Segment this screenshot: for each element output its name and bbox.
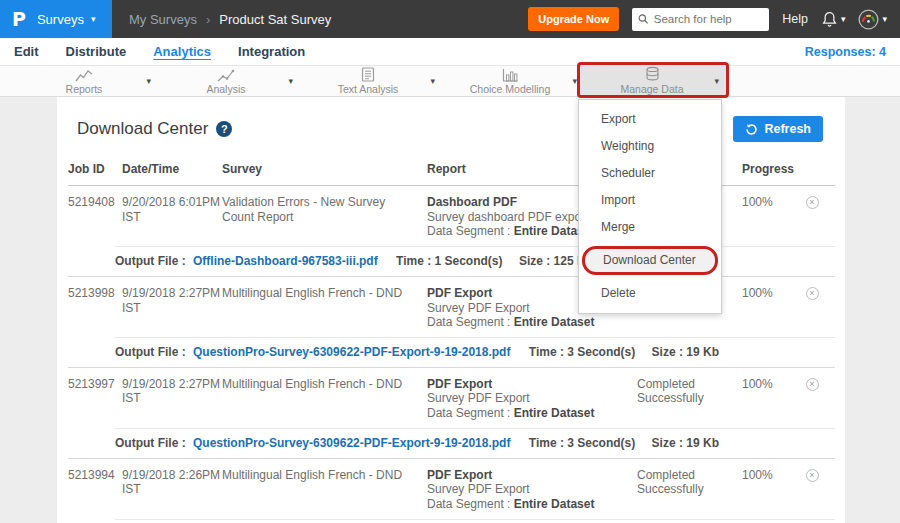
header-job-id: Job ID [68,162,122,176]
upgrade-now-button[interactable]: Upgrade Now [528,7,619,31]
download-center-panel: Download Center ? Refresh Job ID Date/Ti… [57,97,845,523]
cancel-job-icon[interactable]: × [806,378,819,391]
menu-item-download-center[interactable]: Download Center [582,246,718,275]
menu-item-merge[interactable]: Merge [579,214,721,241]
job-report: PDF Export Survey PDF Export Data Segmen… [427,468,637,512]
toolbar-manage-data[interactable]: Manage Data ▾ [581,66,723,96]
chevron-down-icon[interactable]: ▾ [288,76,293,86]
menu-item-export[interactable]: Export [579,106,721,133]
cancel-job-icon[interactable]: × [806,287,819,300]
data-segment-label: Data Segment : [427,406,514,420]
job-id: 5213998 [68,286,122,330]
report-name: PDF Export [427,468,492,482]
report-desc: Survey PDF Export [427,391,530,405]
bar-chart-icon [502,67,519,82]
topbar-right: Upgrade Now Help ▾ ▾ [528,7,900,31]
search-icon [638,13,649,25]
chevron-down-icon[interactable]: ▾ [430,76,435,86]
toolbar-reports[interactable]: Reports ▾ [13,66,155,96]
tab-analytics[interactable]: Analytics [153,44,211,59]
data-segment-value: Entire Dataset [514,406,595,420]
menu-item-scheduler[interactable]: Scheduler [579,160,721,187]
job-size: Size : 19 Kb [652,436,719,450]
search-input[interactable] [654,13,763,25]
menu-item-weighting[interactable]: Weighting [579,133,721,160]
data-segment-value: Entire Dataset [514,315,595,329]
chevron-down-icon: ▾ [882,15,887,24]
job-datetime: 9/19/2018 2:27PM IST [122,286,222,330]
tab-distribute[interactable]: Distribute [66,44,127,59]
header-survey: Survey [222,162,427,176]
report-name: Dashboard PDF [427,195,517,209]
output-file-link[interactable]: QuestionPro-Survey-6309622-PDF-Export-9-… [193,345,510,359]
job-datetime: 9/19/2018 2:26PM IST [122,468,222,512]
bell-icon [821,11,838,28]
header-datetime: Date/Time [122,162,222,176]
chevron-down-icon[interactable]: ▾ [146,76,151,86]
output-file-row: Output File : QuestionPro-Survey-6309622… [115,519,835,523]
toolbar-analysis[interactable]: Analysis ▾ [155,66,297,96]
tab-integration[interactable]: Integration [238,44,305,59]
questionpro-logo: P [12,8,26,30]
help-circle-icon[interactable]: ? [216,121,232,137]
job-survey: Multilingual English French - DND [222,468,427,512]
report-name: PDF Export [427,286,492,300]
notifications-button[interactable]: ▾ [821,11,846,28]
breadcrumb-separator: › [206,12,210,27]
cancel-job-icon[interactable]: × [806,469,819,482]
chevron-down-icon[interactable]: ▾ [572,76,577,86]
job-status: Completed Successfully [637,377,742,421]
trend-chart-icon [217,67,235,82]
output-file-link[interactable]: Offline-Dashboard-967583-iii.pdf [193,254,378,268]
output-file-row: Output File : QuestionPro-Survey-6309622… [115,337,835,367]
job-id: 5213997 [68,377,122,421]
survey-nav: Edit Distribute Analytics Integration Re… [0,38,900,65]
job-id: 5219408 [68,195,122,239]
surveys-menu-label: Surveys [37,12,84,27]
job-survey: Validation Errors - New Survey Count Rep… [222,195,427,239]
logo-area: P Surveys ▾ [0,0,112,38]
job-report: PDF Export Survey PDF Export Data Segmen… [427,377,637,421]
job-progress: 100% [742,468,794,512]
output-file-link[interactable]: QuestionPro-Survey-6309622-PDF-Export-9-… [193,436,510,450]
breadcrumb-my-surveys[interactable]: My Surveys [129,12,197,27]
job-progress: 100% [742,286,794,330]
job-datetime: 9/20/2018 6:01PM IST [122,195,222,239]
chevron-down-icon[interactable]: ▾ [714,76,719,86]
report-desc: Survey PDF Export [427,482,530,496]
job-entry: 5213997 9/19/2018 2:27PM IST Multilingua… [68,368,835,459]
topbar: P Surveys ▾ My Surveys › Product Sat Sur… [0,0,900,38]
tab-edit[interactable]: Edit [14,44,39,59]
report-desc: Survey PDF Export [427,301,530,315]
table-row: 5213994 9/19/2018 2:26PM IST Multilingua… [68,459,835,519]
job-size: Size : 19 Kb [652,345,719,359]
breadcrumb-current-survey: Product Sat Survey [219,12,331,27]
database-icon [644,67,661,82]
data-segment-label: Data Segment : [427,224,514,238]
text-document-icon [361,67,375,82]
job-entry: 5213994 9/19/2018 2:26PM IST Multilingua… [68,459,835,523]
help-link[interactable]: Help [782,12,808,26]
job-time: Time : 3 Second(s) [529,436,635,450]
account-menu[interactable]: ▾ [858,9,887,30]
report-desc: Survey dashboard PDF export [427,210,588,224]
chevron-down-icon: ▾ [841,15,846,24]
table-row: 5213997 9/19/2018 2:27PM IST Multilingua… [68,368,835,428]
surveys-menu[interactable]: Surveys ▾ [37,12,96,27]
cancel-job-icon[interactable]: × [806,196,819,209]
manage-data-dropdown: Export Weighting Scheduler Import Merge … [578,99,722,314]
menu-item-import[interactable]: Import [579,187,721,214]
data-segment-label: Data Segment : [427,315,514,329]
help-search-box[interactable] [632,8,769,31]
responses-count[interactable]: Responses: 4 [805,45,886,59]
page-title: Download Center [77,119,208,139]
toolbar-text-analysis[interactable]: Text Analysis ▾ [297,66,439,96]
refresh-button[interactable]: Refresh [733,116,823,142]
menu-item-delete[interactable]: Delete [579,280,721,307]
job-status: Completed Successfully [637,468,742,512]
output-file-label: Output File : [115,436,186,450]
output-file-row: Output File : QuestionPro-Survey-6309622… [115,428,835,458]
toolbar-choice-modelling[interactable]: Choice Modelling ▾ [439,66,581,96]
job-progress: 100% [742,377,794,421]
job-time: Time : 3 Second(s) [529,345,635,359]
